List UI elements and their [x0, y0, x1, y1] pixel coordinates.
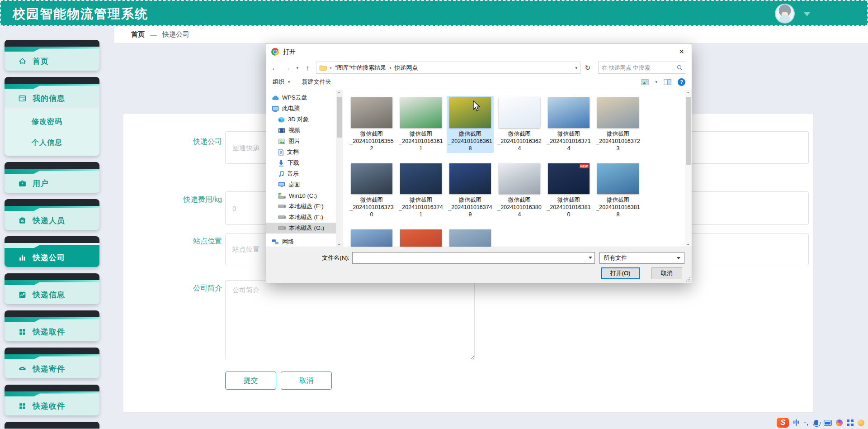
file-item[interactable] [447, 228, 494, 248]
skin-icon[interactable] [836, 419, 843, 426]
nav-item-本地磁盘 (G:)[interactable]: 本地磁盘 (G:) [266, 223, 336, 234]
address-crumb-folder[interactable]: 快递网点 [395, 64, 418, 72]
nav-item-Win10 (C:)[interactable]: Win10 (C:) [266, 190, 336, 201]
video-icon [278, 128, 285, 133]
mic-icon[interactable] [814, 420, 818, 425]
filetype-select[interactable]: 所有文件 [599, 252, 684, 264]
breadcrumb-home[interactable]: 首页 [131, 30, 145, 39]
nav-item-网络[interactable]: 网络 [266, 236, 336, 247]
dialog-title-bar[interactable]: 打开 ✕ [266, 43, 692, 60]
sogou-icon[interactable]: S [777, 418, 789, 428]
file-item[interactable]: 微信截图_20241010163910 [397, 228, 444, 248]
nav-item-label: 音乐 [287, 170, 299, 178]
nav-item-本地磁盘 (E:)[interactable]: 本地磁盘 (E:) [266, 201, 336, 212]
sidebar-subitem[interactable]: 修改密码 [5, 111, 99, 132]
organize-button[interactable]: 组织 [273, 78, 284, 86]
sidebar-item-express-receive[interactable]: 快递收件 [5, 385, 99, 415]
scrollbar-thumb[interactable] [686, 97, 691, 165]
nav-item-label: WPS云盘 [282, 94, 307, 102]
nav-item-label: Win10 (C:) [289, 192, 317, 199]
company-intro-textarea[interactable] [225, 280, 475, 360]
up-icon[interactable]: ↑ [302, 64, 313, 72]
close-icon[interactable]: ✕ [671, 43, 692, 60]
nav-item-桌面[interactable]: 桌面 [266, 179, 336, 190]
address-dropdown-icon[interactable]: ▾ [575, 66, 577, 70]
nav-item-下载[interactable]: 下载 [266, 157, 336, 168]
sidebar-item-express-pickup[interactable]: 快递取件 [5, 310, 99, 341]
file-item[interactable]: NEW微信截图_20241010163810 [545, 162, 592, 219]
user-avatar[interactable] [776, 5, 794, 23]
nav-item-文档[interactable]: 文档 [266, 147, 336, 157]
sidebar-item-courier-staff[interactable]: 快递人员 [5, 199, 99, 230]
scroll-up-icon[interactable] [338, 92, 340, 93]
apps-icon[interactable] [847, 419, 854, 426]
file-item[interactable]: 微信截图_20241010163804 [496, 162, 543, 219]
preview-pane-icon[interactable] [664, 79, 671, 85]
sidebar-item-users[interactable]: 用户 [5, 162, 99, 193]
scrollbar-thumb[interactable] [337, 97, 342, 138]
back-icon[interactable]: ← [269, 64, 280, 72]
scroll-up-icon[interactable] [687, 92, 689, 93]
file-item[interactable]: 微信截图_20241010163611 [397, 96, 444, 153]
view-dropdown-icon[interactable]: ▾ [655, 80, 657, 84]
nav-item-WPS云盘[interactable]: WPS云盘 [266, 92, 336, 103]
punctuation-icon[interactable]: ·, [804, 419, 809, 426]
chinese-mode-icon[interactable]: 中 [793, 419, 800, 427]
filename-dropdown-icon[interactable] [589, 257, 592, 261]
submit-button[interactable]: 提交 [225, 372, 276, 390]
sidebar-item-my-info[interactable]: 我的信息修改密码个人信息 [5, 77, 99, 156]
sidebar-item-cap [5, 77, 99, 84]
file-thumbnail [351, 229, 392, 248]
keyboard-icon[interactable] [824, 420, 832, 426]
sidebar-subitem[interactable]: 个人信息 [5, 132, 99, 153]
nav-item-本地磁盘 (F:)[interactable]: 本地磁盘 (F:) [266, 212, 336, 223]
sidebar-item-home[interactable]: 首页 [5, 40, 99, 71]
file-item[interactable]: 微信截图_20241010163552 [348, 96, 395, 153]
file-thumbnail [351, 97, 392, 128]
nav-item-此电脑[interactable]: 此电脑 [266, 103, 336, 114]
emoji-icon[interactable] [858, 419, 864, 426]
nav-item-label: 3D 对象 [288, 115, 309, 124]
new-folder-button[interactable]: 新建文件夹 [302, 78, 331, 86]
nav-item-图片[interactable]: 图片 [266, 136, 336, 147]
dialog-cancel-button[interactable]: 取消 [651, 267, 682, 279]
file-item[interactable]: 微信截图_20241010163824 [348, 228, 395, 248]
scroll-down-icon[interactable] [687, 244, 689, 245]
address-box[interactable]: › "图库"中的搜索结果 › 快递网点 ▾ [316, 62, 580, 74]
address-crumb-search-results[interactable]: "图库"中的搜索结果 [335, 64, 386, 72]
sidebar-item-stripe [5, 84, 99, 89]
nav-item-视频[interactable]: 视频 [266, 125, 336, 136]
form-cancel-button[interactable]: 取消 [281, 372, 332, 390]
scroll-down-icon[interactable] [338, 244, 340, 245]
file-list-scrollbar[interactable] [685, 90, 692, 248]
file-item[interactable]: 微信截图_20241010163749 [447, 162, 494, 219]
file-item[interactable]: 微信截图_20241010163624 [496, 96, 543, 153]
refresh-icon[interactable]: ↻ [582, 64, 594, 72]
history-dropdown-icon[interactable]: ▾ [294, 66, 301, 70]
nav-scrollbar[interactable] [336, 90, 343, 248]
breadcrumb-separator: — [150, 31, 157, 38]
help-icon[interactable]: ? [678, 78, 685, 86]
sidebar-item-express-info[interactable]: 快递信息 [5, 273, 99, 304]
network-icon [272, 239, 279, 245]
file-item[interactable]: 微信截图_20241010163618 [447, 96, 494, 153]
open-button[interactable]: 打开(O) [601, 267, 640, 279]
organize-dropdown-icon[interactable]: ▾ [288, 80, 290, 84]
file-thumbnail [449, 97, 491, 128]
sidebar-item-express-send[interactable]: 快递寄件 [5, 348, 99, 378]
file-item[interactable]: 微信截图_20241010163714 [545, 96, 592, 153]
chevron-down-icon[interactable] [804, 12, 810, 19]
thumbnail-view-icon[interactable] [641, 79, 649, 85]
sidebar-item-cap [5, 310, 99, 317]
nav-item-3D 对象[interactable]: 3D 对象 [266, 114, 336, 125]
file-item[interactable]: 微信截图_20241010163723 [594, 96, 642, 153]
file-item[interactable]: 微信截图_20241010163730 [348, 162, 395, 219]
chrome-icon [271, 48, 279, 56]
filename-input[interactable] [352, 252, 595, 264]
search-input[interactable] [602, 65, 677, 71]
sidebar-item-express-company[interactable]: 快递公司 [5, 236, 99, 267]
nav-item-音乐[interactable]: 音乐 [266, 168, 336, 179]
file-item[interactable]: 微信截图_20241010163818 [594, 162, 642, 219]
resize-grip[interactable] [685, 276, 690, 281]
file-item[interactable]: 微信截图_20241010163741 [397, 162, 444, 219]
